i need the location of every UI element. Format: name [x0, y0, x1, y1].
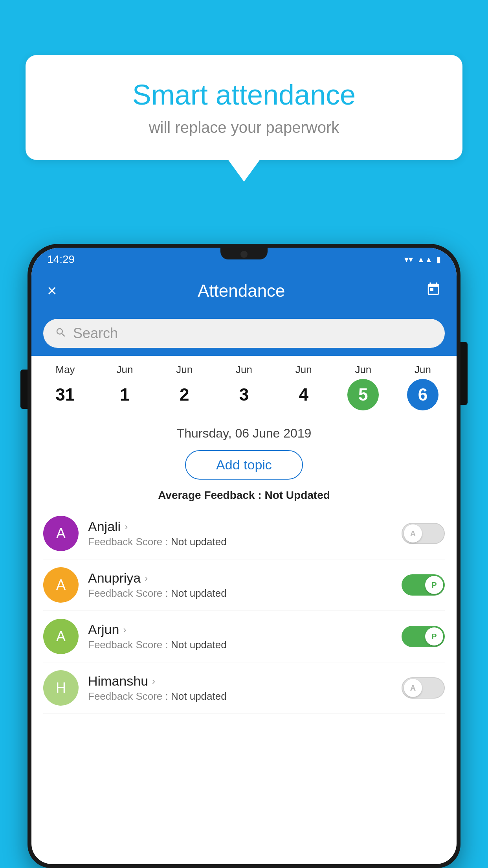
- content-area: Thursday, 06 June 2019 Add topic Average…: [31, 418, 457, 714]
- close-button[interactable]: ×: [47, 281, 57, 300]
- calendar-day-0[interactable]: May31: [46, 364, 85, 410]
- student-name: Himanshu ›: [88, 673, 392, 689]
- toggle-switch[interactable]: A: [402, 677, 445, 699]
- toggle-knob: A: [404, 524, 422, 542]
- toggle-switch[interactable]: P: [402, 626, 445, 647]
- student-name: Anjali ›: [88, 519, 392, 534]
- student-feedback: Feedback Score : Not updated: [88, 587, 392, 600]
- student-item[interactable]: HHimanshu ›Feedback Score : Not updatedA: [43, 662, 445, 714]
- student-avatar: A: [43, 516, 79, 551]
- chevron-right-icon: ›: [123, 624, 126, 635]
- student-item[interactable]: AAnjali ›Feedback Score : Not updatedA: [43, 508, 445, 559]
- hero-subtitle: will replace your paperwork: [57, 119, 431, 136]
- calendar-day-2[interactable]: Jun2: [165, 364, 204, 410]
- day-month: Jun: [295, 364, 312, 376]
- day-number: 5: [347, 379, 379, 410]
- day-number: 1: [109, 379, 141, 410]
- wifi-icon: ▾▾: [404, 254, 413, 265]
- volume-button: [20, 370, 28, 409]
- day-number: 3: [228, 379, 260, 410]
- add-topic-button[interactable]: Add topic: [185, 450, 303, 480]
- student-avatar: A: [43, 619, 79, 654]
- attendance-toggle[interactable]: P: [402, 626, 445, 647]
- toggle-knob: P: [425, 576, 443, 594]
- signal-icon: ▲▲: [417, 255, 433, 264]
- student-info: Anupriya ›Feedback Score : Not updated: [88, 570, 392, 600]
- phone-frame: 14:29 ▾▾ ▲▲ ▮ × Attendance: [28, 244, 460, 868]
- student-list: AAnjali ›Feedback Score : Not updatedAAA…: [31, 508, 457, 714]
- power-button: [460, 342, 468, 405]
- day-month: Jun: [355, 364, 371, 376]
- selected-date: Thursday, 06 June 2019: [31, 418, 457, 445]
- speech-bubble: Smart attendance will replace your paper…: [26, 55, 462, 160]
- calendar-day-6[interactable]: Jun6: [403, 364, 442, 410]
- search-icon: [55, 327, 67, 340]
- day-month: Jun: [236, 364, 252, 376]
- day-number: 4: [288, 379, 319, 410]
- toggle-switch[interactable]: A: [402, 523, 445, 544]
- student-info: Arjun ›Feedback Score : Not updated: [88, 622, 392, 651]
- day-month: Jun: [176, 364, 193, 376]
- app-bar-title: Attendance: [198, 281, 285, 301]
- phone-screen: 14:29 ▾▾ ▲▲ ▮ × Attendance: [31, 248, 457, 864]
- student-name: Anupriya ›: [88, 570, 392, 586]
- status-icons: ▾▾ ▲▲ ▮: [404, 254, 441, 265]
- search-placeholder: Search: [73, 325, 118, 342]
- phone-notch: [220, 248, 268, 259]
- student-avatar: A: [43, 567, 79, 603]
- avg-feedback: Average Feedback : Not Updated: [31, 485, 457, 508]
- day-number: 6: [407, 379, 438, 410]
- calendar-day-3[interactable]: Jun3: [224, 364, 264, 410]
- attendance-toggle[interactable]: A: [402, 677, 445, 699]
- day-month: May: [55, 364, 75, 376]
- chevron-right-icon: ›: [125, 521, 128, 532]
- student-item[interactable]: AArjun ›Feedback Score : Not updatedP: [43, 611, 445, 662]
- day-number: 31: [50, 379, 81, 410]
- toggle-knob: A: [404, 679, 422, 697]
- toggle-knob: P: [425, 627, 443, 645]
- status-time: 14:29: [47, 253, 75, 266]
- student-name: Arjun ›: [88, 622, 392, 637]
- day-month: Jun: [415, 364, 431, 376]
- calendar-icon[interactable]: [426, 282, 441, 300]
- student-info: Anjali ›Feedback Score : Not updated: [88, 519, 392, 548]
- phone-camera: [240, 251, 248, 258]
- day-number: 2: [169, 379, 200, 410]
- avg-feedback-value: Not Updated: [264, 489, 330, 501]
- hero-title: Smart attendance: [57, 79, 431, 111]
- attendance-toggle[interactable]: A: [402, 523, 445, 544]
- toggle-switch[interactable]: P: [402, 574, 445, 596]
- student-feedback: Feedback Score : Not updated: [88, 536, 392, 548]
- calendar-strip: May31Jun1Jun2Jun3Jun4Jun5Jun6: [31, 356, 457, 418]
- search-bar[interactable]: Search: [43, 319, 445, 348]
- student-feedback: Feedback Score : Not updated: [88, 639, 392, 651]
- student-info: Himanshu ›Feedback Score : Not updated: [88, 673, 392, 702]
- speech-bubble-container: Smart attendance will replace your paper…: [26, 55, 462, 182]
- attendance-toggle[interactable]: P: [402, 574, 445, 596]
- day-month: Jun: [117, 364, 133, 376]
- search-bar-container: Search: [31, 313, 457, 356]
- speech-bubble-arrow: [228, 160, 260, 182]
- student-feedback: Feedback Score : Not updated: [88, 690, 392, 702]
- calendar-day-5[interactable]: Jun5: [343, 364, 383, 410]
- student-item[interactable]: AAnupriya ›Feedback Score : Not updatedP: [43, 559, 445, 611]
- student-avatar: H: [43, 670, 79, 706]
- calendar-day-1[interactable]: Jun1: [105, 364, 145, 410]
- chevron-right-icon: ›: [145, 573, 148, 584]
- app-bar: × Attendance: [31, 269, 457, 313]
- chevron-right-icon: ›: [152, 676, 155, 687]
- calendar-day-4[interactable]: Jun4: [284, 364, 323, 410]
- battery-icon: ▮: [437, 255, 441, 264]
